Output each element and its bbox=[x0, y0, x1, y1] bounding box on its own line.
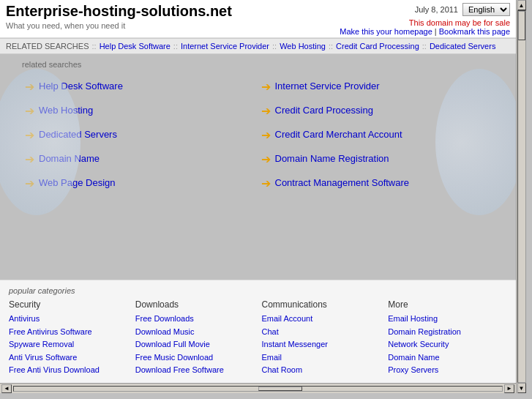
arrow-icon: ➔ bbox=[261, 81, 271, 93]
popular-col-downloads: Downloads Free Downloads Download Music … bbox=[135, 299, 255, 377]
list-item: ➔ Web Hosting bbox=[22, 99, 258, 123]
arrow-icon: ➔ bbox=[25, 105, 34, 117]
sep1: :: bbox=[92, 42, 97, 51]
site-info: Enterprise-hosting-solutions.net What yo… bbox=[6, 3, 232, 30]
arrow-icon: ➔ bbox=[261, 178, 271, 190]
search-link-domain[interactable]: Domain Name bbox=[39, 153, 100, 165]
popular-grid: Security Antivirus Free Antivirus Softwa… bbox=[9, 299, 507, 377]
search-link-credit-card[interactable]: Credit Card Processing bbox=[275, 105, 373, 117]
search-grid: ➔ Help Desk Software ➔ Web Hosting ➔ Ded… bbox=[22, 75, 494, 195]
pop-link-free-antivirus[interactable]: Free Antivirus Software bbox=[9, 326, 128, 339]
pop-link-domain-reg[interactable]: Domain Registration bbox=[388, 326, 507, 339]
popular-col-more: More Email Hosting Domain Registration N… bbox=[388, 299, 507, 377]
arrow-icon: ➔ bbox=[25, 130, 34, 141]
pop-link-free-downloads[interactable]: Free Downloads bbox=[135, 313, 255, 326]
pop-link-proxy[interactable]: Proxy Servers bbox=[388, 364, 507, 377]
scroll-thumb[interactable] bbox=[258, 387, 302, 391]
arrow-icon: ➔ bbox=[261, 130, 271, 141]
sep4: :: bbox=[329, 42, 333, 51]
pop-link-email-hosting[interactable]: Email Hosting bbox=[388, 313, 507, 326]
nav-item-isp[interactable]: Internet Service Provider bbox=[181, 42, 269, 51]
list-item: ➔ Domain Name Registration bbox=[258, 147, 495, 171]
popular-section: popular categories Security Antivirus Fr… bbox=[0, 280, 516, 383]
pop-link-anti-virus[interactable]: Anti Virus Software bbox=[9, 351, 128, 365]
col-title-security: Security bbox=[9, 299, 128, 310]
separator: | bbox=[435, 27, 437, 36]
pop-link-chat-room[interactable]: Chat Room bbox=[262, 364, 381, 377]
top-right: July 8, 2011 English This domain may be … bbox=[340, 3, 510, 36]
list-item: ➔ Web Page Design bbox=[22, 171, 258, 195]
site-tagline: What you need, when you need it bbox=[6, 21, 232, 30]
pop-link-antivirus[interactable]: Antivirus bbox=[9, 313, 128, 326]
content-area: related searches ➔ Help Desk Software ➔ … bbox=[0, 54, 516, 393]
domain-sale-text: This domain may be for sale bbox=[340, 18, 510, 27]
list-item: ➔ Help Desk Software bbox=[22, 75, 258, 99]
arrow-icon: ➔ bbox=[25, 154, 34, 165]
search-link-dedicated[interactable]: Dedicated Servers bbox=[39, 129, 117, 141]
pop-link-free-anti-virus[interactable]: Free Anti Virus Download bbox=[9, 364, 128, 377]
scroll-right-button[interactable]: ► bbox=[504, 384, 514, 393]
sep2: :: bbox=[173, 42, 178, 51]
nav-item-dedicated[interactable]: Dedicated Servers bbox=[430, 42, 496, 51]
make-homepage-link[interactable]: Make this your homepage bbox=[340, 27, 432, 36]
bookmark-link[interactable]: Bookmark this page bbox=[439, 27, 510, 36]
search-link-isp[interactable]: Internet Service Provider bbox=[275, 81, 380, 93]
sep3: :: bbox=[272, 42, 277, 51]
search-link-web-hosting[interactable]: Web Hosting bbox=[39, 105, 93, 117]
nav-item-credit-card[interactable]: Credit Card Processing bbox=[336, 42, 419, 51]
search-results: related searches ➔ Help Desk Software ➔ … bbox=[0, 54, 516, 280]
popular-col-security: Security Antivirus Free Antivirus Softwa… bbox=[9, 299, 128, 377]
vscroll-thumb[interactable] bbox=[518, 11, 525, 40]
search-link-contract[interactable]: Contract Management Software bbox=[275, 177, 410, 190]
pop-link-spyware[interactable]: Spyware Removal bbox=[9, 338, 128, 351]
site-title: Enterprise-hosting-solutions.net bbox=[6, 3, 232, 20]
pop-link-email-account[interactable]: Email Account bbox=[262, 313, 381, 326]
search-link-help-desk[interactable]: Help Desk Software bbox=[39, 81, 123, 93]
search-col-left: ➔ Help Desk Software ➔ Web Hosting ➔ Ded… bbox=[22, 75, 258, 195]
scroll-down-button[interactable]: ▼ bbox=[517, 383, 526, 393]
search-link-webpage[interactable]: Web Page Design bbox=[39, 177, 116, 190]
list-item: ➔ Domain Name bbox=[22, 147, 258, 171]
popular-label: popular categories bbox=[9, 286, 507, 295]
vscroll-track[interactable] bbox=[517, 10, 526, 383]
col-title-comms: Communications bbox=[262, 299, 381, 310]
list-item: ➔ Credit Card Processing bbox=[258, 99, 495, 123]
related-label: related searches bbox=[22, 60, 494, 69]
nav-item-web-hosting[interactable]: Web Hosting bbox=[280, 42, 326, 51]
arrow-icon: ➔ bbox=[261, 105, 271, 117]
nav-item-help-desk[interactable]: Help Desk Software bbox=[100, 42, 171, 51]
horizontal-scrollbar[interactable]: ◄ ► bbox=[0, 383, 516, 393]
sep5: :: bbox=[422, 42, 427, 51]
scroll-up-button[interactable]: ▲ bbox=[517, 0, 526, 10]
col-title-more: More bbox=[388, 299, 507, 310]
popular-col-comms: Communications Email Account Chat Instan… bbox=[262, 299, 381, 377]
list-item: ➔ Dedicated Servers bbox=[22, 123, 258, 147]
col-title-downloads: Downloads bbox=[135, 299, 255, 310]
arrow-icon: ➔ bbox=[25, 178, 34, 190]
pop-link-download-movie[interactable]: Download Full Movie bbox=[135, 338, 255, 351]
pop-link-download-music[interactable]: Download Music bbox=[135, 326, 255, 339]
list-item: ➔ Internet Service Provider bbox=[258, 75, 495, 99]
scroll-left-button[interactable]: ◄ bbox=[1, 384, 12, 393]
search-link-merchant[interactable]: Credit Card Merchant Account bbox=[275, 129, 402, 141]
date-text: July 8, 2011 bbox=[415, 5, 458, 14]
pop-link-chat[interactable]: Chat bbox=[262, 326, 381, 339]
arrow-icon: ➔ bbox=[25, 81, 34, 93]
pop-link-domain-name[interactable]: Domain Name bbox=[388, 351, 507, 365]
top-bar: Enterprise-hosting-solutions.net What yo… bbox=[0, 0, 516, 38]
links-bar: Make this your homepage | Bookmark this … bbox=[340, 27, 510, 36]
date-lang-row: July 8, 2011 English bbox=[340, 3, 510, 16]
nav-bar: RELATED SEARCHES :: Help Desk Software :… bbox=[0, 38, 516, 54]
pop-link-messenger[interactable]: Instant Messenger bbox=[262, 338, 381, 351]
language-select[interactable]: English bbox=[462, 3, 510, 16]
pop-link-network-sec[interactable]: Network Security bbox=[388, 338, 507, 351]
pop-link-email[interactable]: Email bbox=[262, 351, 381, 365]
pop-link-free-software[interactable]: Download Free Software bbox=[135, 364, 255, 377]
list-item: ➔ Credit Card Merchant Account bbox=[258, 123, 495, 147]
related-searches-label: RELATED SEARCHES bbox=[6, 42, 89, 51]
scroll-track[interactable] bbox=[13, 386, 503, 392]
search-link-domain-reg[interactable]: Domain Name Registration bbox=[275, 153, 389, 165]
arrow-icon: ➔ bbox=[261, 154, 271, 165]
pop-link-free-music[interactable]: Free Music Download bbox=[135, 351, 255, 365]
vertical-scrollbar[interactable]: ▲ ▼ bbox=[516, 0, 526, 393]
